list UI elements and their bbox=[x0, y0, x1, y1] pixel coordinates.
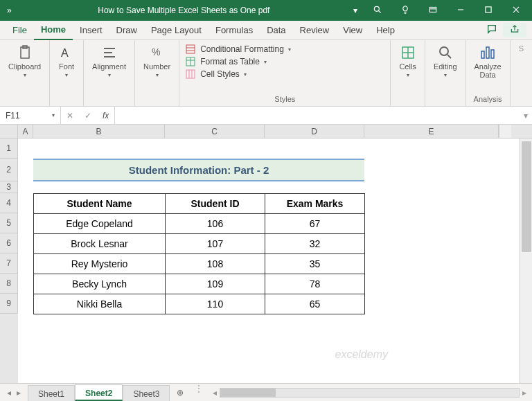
row-header[interactable]: 9 bbox=[0, 294, 18, 314]
formula-expand-icon[interactable]: ▾ bbox=[520, 111, 532, 121]
group-clipboard: Clipboard ▾ bbox=[0, 40, 50, 106]
bulb-icon[interactable] bbox=[398, 5, 413, 17]
menu-formulas[interactable]: Formulas bbox=[209, 21, 260, 40]
title-dropdown-icon[interactable]: ▾ bbox=[349, 6, 362, 15]
svg-point-27 bbox=[440, 47, 448, 55]
hscroll-left-icon[interactable]: ◂ bbox=[213, 388, 220, 398]
editing-label: Editing bbox=[434, 62, 457, 71]
search-icon[interactable] bbox=[370, 5, 385, 17]
data-table: Student Name Student ID Exam Marks Edge … bbox=[33, 193, 365, 314]
formula-bar: F11 ▾ ✕ ✓ fx ▾ bbox=[0, 107, 532, 125]
row-header[interactable]: 3 bbox=[0, 181, 18, 193]
row-header[interactable]: 7 bbox=[0, 253, 18, 274]
grid: 1 2 3 4 5 6 7 8 9 Student Information: P… bbox=[0, 139, 532, 383]
row-header[interactable]: 8 bbox=[0, 274, 18, 294]
cells-area[interactable]: Student Information: Part - 2 Student Na… bbox=[18, 139, 520, 383]
row-headers: 1 2 3 4 5 6 7 8 9 bbox=[0, 139, 18, 383]
confirm-formula-icon[interactable]: ✓ bbox=[79, 111, 97, 121]
ribbon: Clipboard ▾ A Font ▾ Alignment ▾ % Numbe… bbox=[0, 40, 532, 107]
clipboard-label: Clipboard bbox=[8, 62, 41, 71]
group-alignment: Alignment ▾ bbox=[84, 40, 135, 106]
col-header-d[interactable]: D bbox=[265, 125, 364, 138]
alignment-label: Alignment bbox=[92, 62, 126, 71]
table-row: Nikki Bella11065 bbox=[34, 294, 365, 314]
svg-point-0 bbox=[374, 6, 379, 11]
group-number: % Number ▾ bbox=[135, 40, 179, 106]
table-row: Becky Lynch10978 bbox=[34, 274, 365, 294]
group-editing: Editing ▾ bbox=[425, 40, 466, 106]
share-icon[interactable] bbox=[503, 23, 526, 37]
menu-review[interactable]: Review bbox=[293, 21, 337, 40]
table-header: Student Name bbox=[34, 194, 166, 214]
menu-view[interactable]: View bbox=[336, 21, 369, 40]
cell-styles-button[interactable]: Cell Styles▾ bbox=[185, 68, 384, 80]
tab-nav-prev-icon[interactable]: ◂ bbox=[7, 388, 11, 398]
hscroll-right-icon[interactable]: ▸ bbox=[520, 388, 526, 398]
row-header[interactable]: 5 bbox=[0, 213, 18, 233]
quick-access-more-icon[interactable]: » bbox=[7, 6, 12, 15]
svg-rect-29 bbox=[481, 51, 484, 58]
col-header-a[interactable]: A bbox=[18, 125, 33, 138]
svg-rect-2 bbox=[429, 7, 436, 12]
row-header[interactable]: 2 bbox=[0, 159, 18, 181]
scrollbar-thumb[interactable] bbox=[220, 389, 276, 397]
svg-rect-21 bbox=[186, 70, 195, 78]
sheet-tab-sheet2[interactable]: Sheet2 bbox=[75, 384, 123, 401]
sheet-tab-sheet3[interactable]: Sheet3 bbox=[123, 385, 170, 401]
overflow-button[interactable]: S bbox=[516, 43, 526, 54]
svg-rect-31 bbox=[491, 50, 494, 58]
font-button[interactable]: A Font ▾ bbox=[55, 43, 78, 80]
horizontal-scrollbar[interactable] bbox=[220, 388, 520, 398]
menu-bar: File Home Insert Draw Page Layout Formul… bbox=[0, 21, 532, 40]
alignment-button[interactable]: Alignment ▾ bbox=[89, 43, 129, 80]
tab-nav-next-icon[interactable]: ▸ bbox=[17, 388, 21, 398]
col-header-b[interactable]: B bbox=[33, 125, 165, 138]
menu-page-layout[interactable]: Page Layout bbox=[144, 21, 209, 40]
sheet-tab-sheet1[interactable]: Sheet1 bbox=[28, 385, 75, 401]
vertical-scrollbar[interactable] bbox=[520, 139, 532, 383]
number-label: Number bbox=[143, 62, 170, 71]
format-as-table-button[interactable]: Format as Table▾ bbox=[185, 55, 384, 68]
select-all-corner[interactable] bbox=[0, 125, 18, 138]
menu-draw[interactable]: Draw bbox=[109, 21, 144, 40]
group-cells: Cells ▾ bbox=[391, 40, 425, 106]
row-header[interactable]: 6 bbox=[0, 233, 18, 253]
scrollbar-thumb[interactable] bbox=[522, 141, 531, 252]
table-header: Student ID bbox=[166, 194, 265, 214]
conditional-formatting-button[interactable]: Conditional Formatting▾ bbox=[185, 43, 384, 55]
maximize-icon[interactable] bbox=[481, 5, 496, 17]
window-title: How to Save Multiple Excel Sheets as One… bbox=[19, 6, 349, 15]
menu-data[interactable]: Data bbox=[260, 21, 292, 40]
analysis-group-label: Analysis bbox=[474, 93, 502, 103]
number-button[interactable]: % Number ▾ bbox=[141, 43, 173, 80]
menu-insert[interactable]: Insert bbox=[73, 21, 109, 40]
cells-button[interactable]: Cells ▾ bbox=[396, 43, 418, 80]
name-box[interactable]: F11 ▾ bbox=[0, 107, 61, 124]
minimize-icon[interactable] bbox=[453, 5, 468, 17]
analyze-data-button[interactable]: Analyze Data bbox=[472, 43, 504, 80]
cancel-formula-icon[interactable]: ✕ bbox=[61, 111, 79, 121]
menu-help[interactable]: Help bbox=[369, 21, 402, 40]
comments-icon[interactable] bbox=[481, 24, 503, 37]
menu-home[interactable]: Home bbox=[34, 21, 73, 40]
formula-input[interactable] bbox=[115, 107, 520, 124]
close-icon[interactable] bbox=[508, 5, 524, 17]
group-overflow: S bbox=[511, 40, 532, 106]
fx-icon[interactable]: fx bbox=[97, 111, 114, 121]
row-header[interactable]: 1 bbox=[0, 139, 18, 159]
editing-button[interactable]: Editing ▾ bbox=[431, 43, 460, 80]
col-header-c[interactable]: C bbox=[165, 125, 265, 138]
add-sheet-button[interactable]: ⊕ bbox=[170, 384, 190, 401]
menu-file[interactable]: File bbox=[6, 21, 34, 40]
clipboard-button[interactable]: Clipboard ▾ bbox=[6, 43, 44, 80]
column-headers: A B C D E bbox=[0, 125, 532, 139]
col-header-e[interactable]: E bbox=[364, 125, 499, 138]
table-header: Exam Marks bbox=[265, 194, 365, 214]
cells-label: Cells bbox=[399, 62, 416, 71]
window-mode-icon[interactable] bbox=[425, 5, 441, 17]
svg-rect-30 bbox=[486, 47, 489, 58]
svg-text:%: % bbox=[152, 46, 160, 57]
row-header[interactable]: 4 bbox=[0, 193, 18, 213]
svg-line-28 bbox=[447, 55, 451, 58]
sheet-title: Student Information: Part - 2 bbox=[33, 159, 364, 181]
